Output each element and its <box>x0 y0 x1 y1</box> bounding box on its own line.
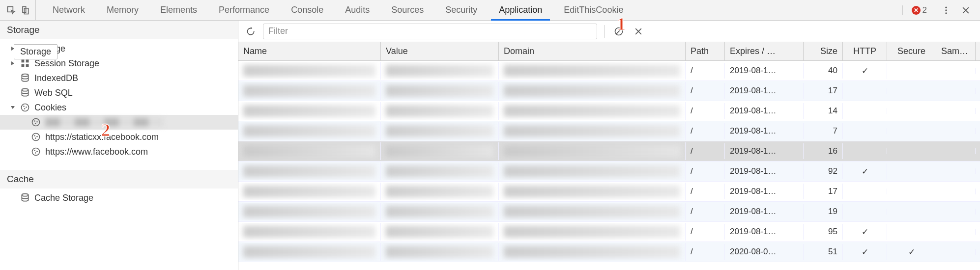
th-path[interactable]: Path <box>686 42 725 60</box>
td-same <box>936 128 976 134</box>
svg-point-17 <box>23 106 25 107</box>
sidebar-section-storage: Storage <box>0 21 238 39</box>
chevron-right-icon <box>10 60 16 66</box>
th-value[interactable]: Value <box>381 42 499 60</box>
td-path: / <box>686 184 725 199</box>
tab-elements[interactable]: Elements <box>149 0 208 20</box>
sidebar-section-cache: Cache <box>0 170 238 189</box>
tab-network[interactable]: Network <box>42 0 96 20</box>
cache-tree: Cache Storage <box>0 189 238 207</box>
th-expires[interactable]: Expires / … <box>725 42 804 60</box>
tree-indexeddb[interactable]: IndexedDB <box>0 71 238 85</box>
td-expires: 2019-08-1… <box>725 204 804 219</box>
td-domain <box>499 243 686 261</box>
tab-performance[interactable]: Performance <box>208 0 280 20</box>
td-value <box>381 183 499 200</box>
cookie-origin-1[interactable]: https://staticxx.facebook.com <box>0 130 238 144</box>
svg-point-16 <box>22 104 29 111</box>
td-value <box>381 142 499 160</box>
annotation-1: 1 <box>617 14 626 34</box>
error-badge[interactable]: ✕ 2 <box>902 5 934 15</box>
td-size: 51 <box>804 244 843 260</box>
td-http <box>843 209 887 215</box>
svg-point-5 <box>945 12 947 14</box>
td-http <box>843 108 887 114</box>
svg-point-21 <box>34 120 35 122</box>
svg-rect-13 <box>26 64 29 67</box>
th-http[interactable]: HTTP <box>843 42 887 60</box>
td-size: 16 <box>804 143 843 159</box>
td-secure <box>887 128 936 134</box>
table-row[interactable]: /2019-08-1…17 <box>238 81 980 101</box>
td-path: / <box>686 83 725 99</box>
td-http <box>843 88 887 94</box>
device-toolbar-icon[interactable] <box>20 5 30 16</box>
th-size[interactable]: Size <box>804 42 843 60</box>
tree-item-label: Web SQL <box>34 88 73 98</box>
td-expires: 2019-08-1… <box>725 163 804 179</box>
table-row[interactable]: /2019-08-1…7 <box>238 121 980 141</box>
td-name <box>238 223 381 241</box>
td-expires: 2019-08-1… <box>725 63 804 79</box>
td-expires: 2019-08-1… <box>725 103 804 119</box>
td-domain <box>499 203 686 220</box>
table-row[interactable]: /2019-08-1…19 <box>238 202 980 222</box>
error-icon: ✕ <box>912 6 921 15</box>
close-devtools-icon[interactable] <box>958 3 973 18</box>
td-same <box>936 168 976 174</box>
refresh-icon[interactable] <box>243 24 258 39</box>
tree-cache-storage[interactable]: Cache Storage <box>0 190 238 205</box>
devtools-tabbar: NetworkMemoryElementsPerformanceConsoleA… <box>0 0 980 21</box>
td-name <box>238 62 381 80</box>
grid-icon <box>20 58 30 69</box>
tabbar-left-controls <box>4 0 36 20</box>
td-domain <box>499 183 686 200</box>
svg-point-3 <box>945 6 947 8</box>
td-path: / <box>686 224 725 240</box>
tab-application[interactable]: Application <box>488 0 553 20</box>
more-menu-icon[interactable] <box>939 3 953 18</box>
td-secure: ✓ <box>887 244 936 260</box>
td-http <box>843 148 887 154</box>
tab-security[interactable]: Security <box>434 0 488 20</box>
cookie-icon <box>20 102 30 113</box>
tab-memory[interactable]: Memory <box>96 0 149 20</box>
th-secure[interactable]: Secure <box>887 42 936 60</box>
table-row[interactable]: /2019-08-1…95✓ <box>238 222 980 242</box>
tab-sources[interactable]: Sources <box>380 0 434 20</box>
cookie-origin-2[interactable]: https://www.facebook.com <box>0 144 238 159</box>
inspect-element-icon[interactable] <box>6 5 17 16</box>
td-path: / <box>686 244 725 260</box>
tab-audits[interactable]: Audits <box>334 0 380 20</box>
table-row[interactable]: /2019-08-1…17 <box>238 182 980 202</box>
svg-point-15 <box>22 89 28 91</box>
table-row[interactable]: /2019-08-1…14 <box>238 101 980 121</box>
td-name <box>238 243 381 261</box>
table-row[interactable]: /2019-08-1…92✓ <box>238 162 980 182</box>
annotation-2: 2 <box>101 120 110 140</box>
content: Name Value Domain Path Expires / … Size … <box>238 21 980 270</box>
svg-point-19 <box>24 108 26 109</box>
svg-point-29 <box>34 150 35 151</box>
td-name <box>238 183 381 200</box>
cookie-origin-0[interactable] <box>0 115 238 130</box>
td-name <box>238 102 381 120</box>
clear-icon[interactable] <box>631 24 646 39</box>
th-name[interactable]: Name <box>238 42 381 60</box>
tree-websql[interactable]: Web SQL <box>0 85 238 100</box>
filter-input[interactable] <box>263 24 597 39</box>
th-domain[interactable]: Domain <box>499 42 686 60</box>
tree-cookies[interactable]: Cookies <box>0 100 238 115</box>
tab-console[interactable]: Console <box>280 0 334 20</box>
table-header: Name Value Domain Path Expires / … Size … <box>238 42 980 61</box>
td-value <box>381 62 499 80</box>
table-row[interactable]: /2019-08-1…40✓ <box>238 61 980 81</box>
td-same <box>936 209 976 215</box>
separator <box>604 25 605 38</box>
svg-rect-0 <box>8 6 13 12</box>
th-same[interactable]: Sam… <box>936 42 976 60</box>
td-expires: 2019-08-1… <box>725 184 804 199</box>
td-path: / <box>686 123 725 139</box>
table-row[interactable]: /2020-08-0…51✓✓ <box>238 242 980 262</box>
table-row[interactable]: /2019-08-1…16 <box>238 141 980 162</box>
